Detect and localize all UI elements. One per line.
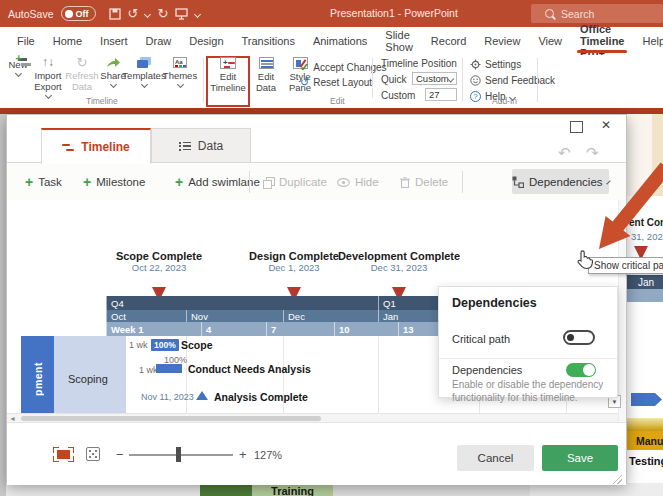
vertical-scrollbar[interactable] bbox=[618, 200, 626, 422]
themes-button[interactable]: Aa Themes bbox=[160, 57, 200, 87]
ribbon-tab-record[interactable]: Record bbox=[422, 27, 475, 55]
autosave-toggle[interactable]: Off bbox=[61, 6, 96, 21]
smiley-icon bbox=[470, 75, 481, 86]
ribbon-tab-slide-show[interactable]: Slide Show bbox=[376, 27, 422, 55]
ribbon-tab-insert[interactable]: Insert bbox=[91, 27, 137, 55]
sub-divider bbox=[372, 58, 373, 98]
timeline-position-title: Timeline Position bbox=[381, 58, 457, 69]
ribbon-tab-draw[interactable]: Draw bbox=[137, 27, 181, 55]
task-name[interactable]: Conduct Needs Analysis bbox=[188, 363, 311, 375]
toolbar-divider bbox=[462, 171, 463, 193]
dialog-toolbar: + Task + Milestone + Add swimlane Duplic… bbox=[7, 164, 626, 201]
milestone-name[interactable]: Analysis Complete bbox=[214, 391, 308, 403]
undo-dropdown-icon[interactable] bbox=[144, 10, 151, 17]
horizontal-scroll-thumb[interactable] bbox=[21, 416, 321, 421]
custom-label: Custom bbox=[381, 90, 415, 101]
ribbon-tab-animations[interactable]: Animations bbox=[304, 27, 376, 55]
delete-button[interactable]: Delete bbox=[400, 164, 448, 200]
search-icon bbox=[545, 9, 554, 18]
save-icon[interactable] bbox=[109, 8, 121, 20]
dialog-redo-icon[interactable]: ↷ bbox=[586, 145, 599, 160]
task-progress-badge[interactable]: 100% bbox=[151, 339, 179, 351]
zoom-out-icon[interactable]: − bbox=[116, 447, 124, 462]
duplicate-button[interactable]: Duplicate bbox=[263, 164, 327, 200]
search-input[interactable]: Search bbox=[531, 4, 663, 23]
autosave-state: Off bbox=[76, 9, 89, 19]
ribbon-tab-office-timeline-pro-[interactable]: Office Timeline Pro+ bbox=[571, 27, 633, 55]
dialog-footer: − + 127% Cancel Save bbox=[7, 422, 626, 485]
dialog-close-icon[interactable]: ✕ bbox=[601, 118, 611, 132]
ribbon-tab-view[interactable]: View bbox=[529, 27, 571, 55]
add-swimlane-button[interactable]: + Add swimlane bbox=[175, 164, 270, 200]
fit-selection-icon[interactable] bbox=[53, 447, 74, 462]
slideshow-icon[interactable] bbox=[175, 8, 188, 20]
dependencies-toggle[interactable] bbox=[566, 363, 596, 377]
ribbon-tab-design[interactable]: Design bbox=[180, 27, 232, 55]
quick-access-customize-icon[interactable] bbox=[194, 10, 201, 17]
zoom-in-icon[interactable]: + bbox=[239, 447, 247, 462]
timeline-canvas[interactable]: Scope CompleteOct 22, 2023Design Complet… bbox=[7, 200, 626, 422]
add-task-button[interactable]: + Task bbox=[25, 164, 62, 200]
save-button[interactable]: Save bbox=[542, 445, 618, 471]
swimlane-group-bar[interactable]: pment bbox=[21, 336, 54, 422]
settings-button[interactable]: Settings bbox=[470, 59, 521, 70]
task-duration: 1 wk bbox=[129, 340, 148, 350]
resize-grip[interactable] bbox=[613, 475, 622, 484]
ribbon-tab-transitions[interactable]: Transitions bbox=[233, 27, 304, 55]
search-placeholder: Search bbox=[561, 8, 594, 20]
background-date-fragment: 31, 2023 bbox=[631, 231, 663, 242]
group-divider bbox=[203, 58, 204, 102]
window-title: Presentation1 - PowerPoint bbox=[330, 7, 458, 19]
background-cream-band bbox=[652, 114, 663, 196]
milestone-date: Nov 11, 2023 bbox=[141, 392, 194, 402]
milestone-label[interactable]: Development CompleteDec 31, 2023 bbox=[338, 250, 460, 273]
redo-icon[interactable]: ↻ bbox=[157, 7, 168, 20]
quick-position-select[interactable]: Custom bbox=[412, 72, 457, 85]
swimlane-title-cell[interactable]: Scoping bbox=[54, 336, 126, 422]
edit-timeline-icon: + bbox=[220, 57, 236, 69]
horizontal-scrollbar[interactable]: ◄ bbox=[7, 413, 618, 422]
hide-button[interactable]: Hide bbox=[337, 164, 379, 200]
reset-layout-button[interactable]: ↺ Reset Layout bbox=[300, 76, 372, 89]
critical-path-toggle[interactable] bbox=[563, 330, 595, 345]
undo-icon[interactable]: ↺ bbox=[128, 7, 139, 20]
milestone-label[interactable]: Scope CompleteOct 22, 2023 bbox=[116, 250, 202, 273]
dependencies-button[interactable]: Dependencies bbox=[512, 169, 609, 194]
templates-button[interactable]: Templates bbox=[124, 57, 164, 87]
ribbon-tab-review[interactable]: Review bbox=[475, 27, 529, 55]
timeline-group-label: Timeline bbox=[86, 96, 118, 106]
ribbon-tab-home[interactable]: Home bbox=[44, 27, 91, 55]
zoom-slider-thumb[interactable] bbox=[176, 447, 181, 462]
fit-to-window-icon[interactable] bbox=[86, 447, 100, 461]
tab-timeline[interactable]: Timeline bbox=[41, 128, 151, 164]
dialog-maximize-icon[interactable] bbox=[570, 121, 583, 133]
background-task-arrow bbox=[631, 393, 663, 406]
custom-position-input[interactable]: 27 bbox=[425, 88, 457, 101]
accept-changes-button[interactable]: ✓ Accept Changes bbox=[300, 61, 387, 74]
tab-data[interactable]: Data bbox=[151, 128, 251, 163]
ribbon: + New ↑↓ Import Export ↻ Refresh Data Sh… bbox=[0, 55, 663, 109]
dependencies-panel-title: Dependencies bbox=[452, 296, 537, 310]
reset-icon: ↺ bbox=[300, 76, 309, 89]
add-milestone-button[interactable]: + Milestone bbox=[83, 164, 145, 200]
cursor-hand-icon bbox=[576, 250, 593, 270]
task-bar[interactable] bbox=[156, 364, 182, 373]
dialog-undo-icon[interactable]: ↶ bbox=[558, 145, 571, 160]
group-divider bbox=[537, 58, 538, 102]
background-month-cell: Jan bbox=[627, 275, 663, 289]
background-testing-label: Testing bbox=[629, 455, 663, 467]
edit-timeline-button[interactable]: + Edit Timeline bbox=[208, 57, 248, 93]
milestone-label[interactable]: Design CompleteDec 1, 2023 bbox=[249, 250, 339, 273]
task-name[interactable]: Scope bbox=[181, 339, 213, 351]
week-cell: 10 bbox=[334, 322, 398, 336]
scroll-left-icon[interactable]: ◄ bbox=[9, 415, 16, 422]
ribbon-tab-help[interactable]: Help bbox=[633, 27, 663, 55]
cancel-button[interactable]: Cancel bbox=[457, 445, 534, 471]
milestone-marker-up[interactable] bbox=[196, 391, 208, 400]
data-tab-icon bbox=[179, 141, 191, 151]
send-feedback-button[interactable]: Send Feedback bbox=[470, 75, 555, 86]
month-gridline bbox=[378, 336, 379, 422]
zoom-slider-track[interactable] bbox=[129, 454, 233, 456]
quarter-cell: Q4 bbox=[106, 296, 378, 310]
ribbon-tab-file[interactable]: File bbox=[8, 27, 44, 55]
